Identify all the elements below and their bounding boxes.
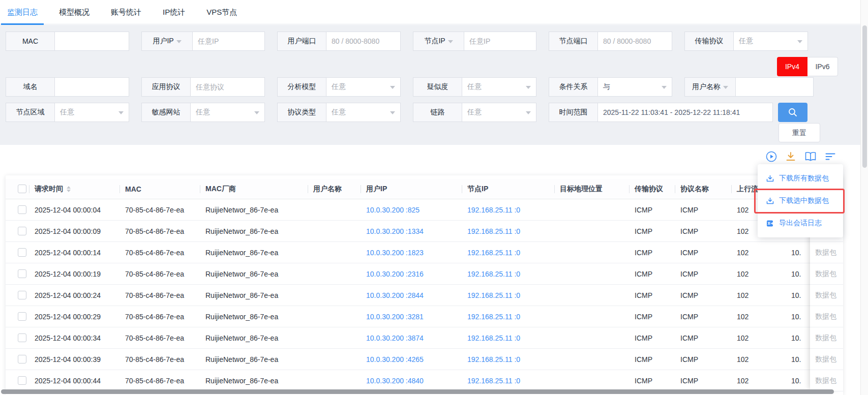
packet-button[interactable]: 数据包: [810, 285, 843, 306]
filter-user-ip-input[interactable]: [192, 32, 265, 51]
ip-link-cell[interactable]: 10.0.30.200 :2844: [361, 291, 462, 299]
row-checkbox[interactable]: [18, 312, 26, 321]
row-checkbox-cell: [6, 205, 29, 214]
reset-button[interactable]: 重置: [779, 123, 820, 142]
column-header: MAC厂商: [200, 179, 308, 199]
vertical-scrollbar[interactable]: [860, 0, 868, 395]
horizontal-scrollbar-thumb[interactable]: [1, 389, 834, 394]
row-checkbox[interactable]: [18, 205, 26, 214]
download-icon[interactable]: [785, 150, 797, 163]
filter-user-ip-label[interactable]: 用户IP: [141, 32, 192, 51]
filter-protocol-type-select[interactable]: 任意: [326, 103, 401, 122]
filter-node-region: 节点区域 任意: [6, 103, 129, 122]
menu-item-export-log[interactable]: 导出会话日志: [758, 212, 843, 234]
ip-link-cell[interactable]: 10.0.30.200 :825: [361, 206, 462, 214]
table-cell: 2025-12-04 00:00:14: [29, 249, 120, 257]
header-checkbox-cell: [6, 179, 29, 199]
row-checkbox[interactable]: [18, 291, 26, 299]
ip-link-cell[interactable]: 10.0.30.200 :3281: [361, 313, 462, 321]
tab-monitor-log[interactable]: 监测日志: [0, 0, 45, 24]
ip-link-cell[interactable]: 10.0.30.200 :4265: [361, 355, 462, 363]
row-checkbox[interactable]: [18, 227, 26, 235]
tab-vps-nodes[interactable]: VPS节点: [199, 0, 244, 24]
ip-link-cell[interactable]: 192.168.25.11 :0: [462, 206, 555, 214]
filter-node-ip-input[interactable]: [464, 32, 536, 51]
filter-app-protocol-label: 应用协议: [141, 77, 190, 97]
filter-username-label[interactable]: 用户名称: [684, 77, 735, 97]
sort-caret-icon[interactable]: [67, 184, 71, 194]
filter-username-input[interactable]: [735, 77, 814, 97]
column-header[interactable]: 请求时间: [29, 179, 120, 199]
filter-app-protocol-input[interactable]: [190, 77, 265, 97]
filter-node-region-select[interactable]: 任意: [54, 103, 129, 122]
ip-link-cell[interactable]: 192.168.25.11 :0: [462, 313, 555, 321]
ip-link-cell[interactable]: 10.0.30.200 :3874: [361, 334, 462, 342]
ip-link-cell[interactable]: 10.0.30.200 :4840: [361, 377, 462, 385]
ipv6-button[interactable]: IPv6: [807, 57, 838, 76]
row-checkbox-cell: [6, 376, 29, 385]
packet-button[interactable]: 数据包: [810, 242, 843, 263]
ip-link-cell[interactable]: 192.168.25.11 :0: [462, 377, 555, 385]
select-all-checkbox[interactable]: [18, 185, 26, 193]
table-cell: 10.: [786, 377, 810, 385]
export-icon: [766, 219, 774, 228]
table-body: 2025-12-04 00:00:0470-85-c4-86-7e-eaRuij…: [6, 199, 843, 391]
table-cell: 2025-12-04 00:00:19: [29, 270, 120, 278]
menu-item-download-selected[interactable]: 下载选中数据包: [758, 190, 843, 212]
filter-domain-input[interactable]: [54, 77, 129, 97]
book-icon[interactable]: [804, 150, 817, 163]
filter-user-port-input[interactable]: [326, 32, 401, 51]
search-button[interactable]: [778, 103, 807, 122]
row-checkbox[interactable]: [18, 333, 26, 342]
table-header: 请求时间MACMAC厂商用户名称用户IP节点IP目标地理位置传输协议协议名称上行…: [6, 179, 843, 199]
row-checkbox[interactable]: [18, 248, 26, 257]
table-row: 2025-12-04 00:00:4470-85-c4-86-7e-eaRuij…: [6, 370, 843, 391]
tab-model-overview[interactable]: 模型概况: [52, 0, 97, 24]
table-cell: RuijieNetwor_86-7e-ea: [200, 377, 308, 385]
sort-icon[interactable]: [824, 150, 836, 163]
table-row: 2025-12-04 00:00:0970-85-c4-86-7e-eaRuij…: [6, 221, 843, 242]
ip-link-cell[interactable]: 192.168.25.11 :0: [462, 291, 555, 299]
play-icon[interactable]: [765, 150, 777, 163]
ipv4-button[interactable]: IPv4: [777, 57, 807, 76]
filter-transport-protocol: 传输协议 任意: [684, 32, 808, 51]
filter-node-ip-label[interactable]: 节点IP: [413, 32, 464, 51]
filter-node-port-input[interactable]: [597, 32, 672, 51]
packet-button[interactable]: 数据包: [810, 349, 843, 370]
filter-suspicion-select[interactable]: 任意: [462, 77, 536, 97]
filter-mac-input[interactable]: [54, 32, 129, 51]
caret-down-icon: [448, 40, 453, 46]
ip-link-cell[interactable]: 192.168.25.11 :0: [462, 270, 555, 278]
filter-transport-protocol-select[interactable]: 任意: [733, 32, 808, 51]
ip-link-cell[interactable]: 192.168.25.11 :0: [462, 249, 555, 257]
row-checkbox[interactable]: [18, 355, 26, 363]
filter-domain: 域名: [6, 77, 129, 97]
ip-link-cell[interactable]: 192.168.25.11 :0: [462, 334, 555, 342]
menu-item-download-all[interactable]: 下载所有数据包: [758, 167, 843, 190]
caret-down-icon: [118, 111, 124, 117]
ip-link-cell[interactable]: 192.168.25.11 :0: [462, 227, 555, 235]
table-row: 2025-12-04 00:00:3470-85-c4-86-7e-eaRuij…: [6, 327, 843, 349]
packet-button[interactable]: 数据包: [810, 370, 843, 391]
vertical-scrollbar-thumb[interactable]: [862, 25, 867, 168]
filter-condition-relation-select[interactable]: 与: [597, 77, 672, 97]
packet-button[interactable]: 数据包: [810, 306, 843, 327]
filter-time-range-input[interactable]: [597, 103, 773, 122]
ip-link-cell[interactable]: 10.0.30.200 :2316: [361, 270, 462, 278]
ip-link-cell[interactable]: 10.0.30.200 :1334: [361, 227, 462, 235]
filter-suspicion-label: 疑似度: [413, 77, 462, 97]
ip-link-cell[interactable]: 10.0.30.200 :1823: [361, 249, 462, 257]
filter-time-range-label: 时间范围: [549, 103, 597, 122]
filter-analysis-model-select[interactable]: 任意: [326, 77, 401, 97]
row-checkbox[interactable]: [18, 376, 26, 385]
tab-account-stats[interactable]: 账号统计: [104, 0, 148, 24]
filter-sensitive-site-select[interactable]: 任意: [190, 103, 265, 122]
tab-ip-stats[interactable]: IP统计: [156, 0, 192, 24]
packet-button[interactable]: 数据包: [810, 263, 843, 285]
filter-node-region-label: 节点区域: [6, 103, 54, 122]
filter-link-select[interactable]: 任意: [462, 103, 536, 122]
row-checkbox[interactable]: [18, 269, 26, 278]
tab-label: 监测日志: [7, 8, 38, 16]
ip-link-cell[interactable]: 192.168.25.11 :0: [462, 355, 555, 363]
packet-button[interactable]: 数据包: [810, 327, 843, 349]
